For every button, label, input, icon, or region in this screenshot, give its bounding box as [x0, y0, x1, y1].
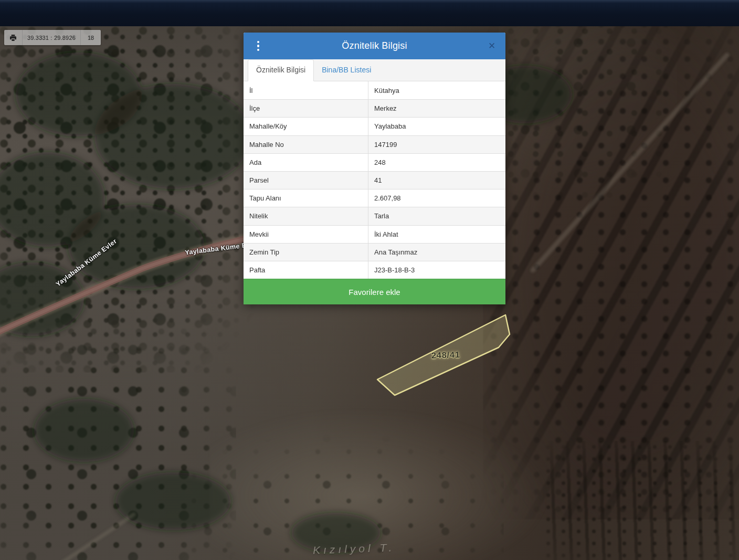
table-row: Mevkii İki Ahlat — [244, 225, 505, 243]
table-row: Nitelik Tarla — [244, 207, 505, 225]
road-label: Yaylababa Küme Evler — [55, 237, 118, 288]
attribute-table: İl Kütahya İlçe Merkez Mahalle/Köy Yayla… — [244, 81, 505, 279]
kebab-menu-icon[interactable] — [253, 33, 263, 59]
map-texture-light-field — [210, 409, 546, 560]
map-texture-scrub-topright — [499, 26, 677, 199]
row-value: Ana Taşınmaz — [368, 248, 505, 256]
tab-bina-bb-listesi[interactable]: Bina/BB Listesi — [314, 60, 379, 81]
row-value: Merkez — [368, 104, 505, 112]
map-controls-bar: 39.3331 : 29.8926 18 — [4, 30, 101, 45]
row-label: Zemin Tip — [244, 244, 368, 261]
row-label: Pafta — [244, 261, 368, 279]
close-icon[interactable]: ✕ — [485, 33, 498, 59]
table-row: Mahalle No 147199 — [244, 135, 505, 153]
row-label: Parsel — [244, 172, 368, 189]
coordinates-readout: 39.3331 : 29.8926 — [22, 30, 80, 45]
modal-tabs: Öznitelik Bilgisi Bina/BB Listesi — [244, 59, 505, 81]
map-texture-forest-bottomleft — [0, 320, 236, 560]
print-button[interactable] — [4, 30, 22, 45]
row-value: Yaylababa — [368, 122, 505, 130]
row-value: J23-B-18-B-3 — [368, 266, 505, 274]
row-label: Tapu Alanı — [244, 189, 368, 207]
row-label: İlçe — [244, 100, 368, 117]
modal-header: Öznitelik Bilgisi ✕ — [244, 33, 505, 59]
top-navbar — [0, 0, 739, 26]
add-to-favorites-button[interactable]: Favorilere ekle — [244, 279, 505, 304]
map-texture-tree-rows-right — [483, 26, 739, 520]
table-row: Tapu Alanı 2.607,98 — [244, 189, 505, 207]
table-row: Pafta J23-B-18-B-3 — [244, 261, 505, 279]
printer-icon — [9, 34, 17, 42]
row-value: İki Ahlat — [368, 230, 505, 238]
row-label: Ada — [244, 154, 368, 171]
map-texture-tree-rows-bottomright — [541, 441, 739, 560]
table-row: İl Kütahya — [244, 81, 505, 99]
row-value: Kütahya — [368, 87, 505, 94]
row-value: 2.607,98 — [368, 194, 505, 202]
table-row: Zemin Tip Ana Taşınmaz — [244, 243, 505, 261]
table-row: Mahalle/Köy Yaylababa — [244, 117, 505, 135]
row-label: Mevkii — [244, 226, 368, 243]
tab-oznitelik-bilgisi[interactable]: Öznitelik Bilgisi — [248, 59, 314, 81]
map-texture-forest-left — [0, 26, 257, 373]
parcel-number-label: 248/41 — [431, 350, 461, 361]
row-value: 248 — [368, 159, 505, 166]
row-label: Mahalle/Köy — [244, 118, 368, 135]
attribute-info-modal: Öznitelik Bilgisi ✕ Öznitelik Bilgisi Bi… — [244, 33, 505, 304]
table-row: Ada 248 — [244, 153, 505, 171]
table-row: İlçe Merkez — [244, 99, 505, 117]
row-label: Mahalle No — [244, 136, 368, 153]
table-row: Parsel 41 — [244, 171, 505, 189]
row-label: İl — [244, 81, 368, 99]
modal-title: Öznitelik Bilgisi — [244, 40, 505, 51]
zoom-level-readout: 18 — [80, 30, 101, 45]
parcel-polygon[interactable] — [377, 315, 510, 395]
place-name-label: Kızılyol T. — [313, 541, 395, 556]
row-value: 41 — [368, 176, 505, 184]
map-texture-scrub-bottomcenter — [178, 415, 504, 560]
row-value: 147199 — [368, 141, 505, 149]
row-value: Tarla — [368, 212, 505, 220]
row-label: Nitelik — [244, 207, 368, 225]
